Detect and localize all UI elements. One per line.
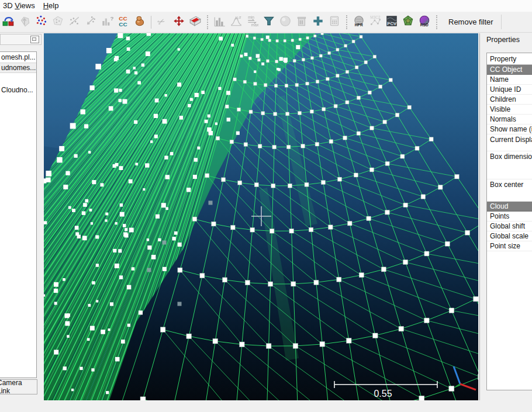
svg-text:RSD: RSD <box>420 23 429 27</box>
filter-by-value-icon <box>262 15 275 30</box>
properties-table: PropertyCC ObjectNameUnique IDChildrenVi… <box>486 53 532 390</box>
svg-text:PCV: PCV <box>387 21 397 26</box>
svg-text:HPR: HPR <box>355 23 363 27</box>
svg-text:μ,σ: μ,σ <box>236 15 241 19</box>
svg-text:CC: CC <box>119 20 127 27</box>
delete-scalar-field-icon <box>295 15 308 30</box>
mesh-vertices-button[interactable] <box>50 14 65 30</box>
properties-panel-title: Properties <box>480 33 532 44</box>
sphere-icon <box>279 15 292 30</box>
fit-points-icon <box>68 15 81 30</box>
statistics-button[interactable]: μ,σ <box>229 14 244 30</box>
db-tree: omesh.pl...udnomes...Cloudno... <box>0 51 37 378</box>
sf-arithmetic-button[interactable] <box>327 14 342 30</box>
menu-item-3d-views[interactable]: 3D Views <box>0 0 40 12</box>
sand-rolling-button[interactable] <box>132 14 147 30</box>
add-scalar-field-button[interactable] <box>310 14 326 30</box>
svg-text:✂: ✂ <box>156 15 167 27</box>
property-row-visible: Visible <box>487 105 532 115</box>
property-row-global-scale: Global scale <box>487 231 532 241</box>
point-cloud-render: 0.55 <box>44 33 478 400</box>
main-toolbar: ?CCCC✂μ,σminmaxHPRM3C2PCVRSDRemove filte… <box>0 12 532 33</box>
property-row-global-shift: Global shift <box>487 221 532 231</box>
camera-link-button[interactable]: Camera Link <box>0 379 37 394</box>
toolbar-separator <box>207 15 208 29</box>
tree-item[interactable]: Cloudno... <box>0 85 36 95</box>
m3c2-button[interactable]: M3C2 <box>368 14 383 30</box>
clipping-box-icon <box>189 15 202 30</box>
min-max-button[interactable]: minmax <box>245 14 260 30</box>
menu-item-help[interactable]: Help <box>40 0 64 12</box>
fit-points-button[interactable] <box>67 14 82 30</box>
sand-rolling-icon <box>133 15 146 30</box>
3d-viewport[interactable]: 0.55 <box>44 33 478 400</box>
project-points-button[interactable] <box>83 14 98 30</box>
property-row-point-size: Point size <box>487 241 532 251</box>
dodecahedron-icon <box>402 15 414 30</box>
float-panel-icon[interactable] <box>30 36 39 43</box>
sample-points-on-mesh-icon <box>19 15 32 30</box>
translate-rotate-button[interactable] <box>171 14 186 30</box>
db-tree-panel-header <box>0 34 42 45</box>
toolbar-separator <box>436 15 437 29</box>
segment-button[interactable]: ✂ <box>155 14 170 30</box>
rsd-button[interactable]: RSD <box>417 14 432 30</box>
filter-by-value-button[interactable] <box>261 14 277 30</box>
statistics-icon: μ,σ <box>230 15 243 30</box>
m3c2-icon: M3C2 <box>369 15 382 30</box>
property-row-points: Points <box>487 212 532 221</box>
property-row-show-name-in: Show name (in <box>487 124 532 134</box>
approx-distance-button[interactable]: ? <box>99 14 115 30</box>
property-row-cloud: Cloud <box>487 202 532 212</box>
project-points-icon <box>84 15 97 30</box>
tree-item[interactable]: udnomes... <box>0 63 36 73</box>
property-row-property: Property <box>487 53 532 65</box>
segment-icon: ✂ <box>156 15 169 30</box>
sample-points-on-mesh-button[interactable] <box>18 14 33 30</box>
properties-panel: Properties PropertyCC ObjectNameUnique I… <box>479 33 532 400</box>
approx-distance-icon: ? <box>101 15 113 30</box>
property-row-current-displa: Current Displa <box>487 134 532 151</box>
delete-scalar-field-button[interactable] <box>294 14 309 30</box>
histogram-icon <box>213 15 226 30</box>
svg-text:M3C2: M3C2 <box>370 15 381 19</box>
cloud-cloud-distance-icon: CCCC <box>117 15 130 30</box>
mesh-vertices-icon <box>51 15 64 30</box>
hpr-icon: HPR <box>353 15 365 30</box>
dodecahedron-button[interactable] <box>400 14 416 30</box>
subsample-cloud-icon <box>35 15 48 30</box>
property-row-box-dimension: Box dimension <box>487 151 532 179</box>
toolbar-separator <box>151 16 151 29</box>
property-row-name: Name <box>487 75 532 85</box>
register-button[interactable] <box>1 14 16 30</box>
hpr-button[interactable]: HPR <box>351 14 367 30</box>
add-scalar-field-icon <box>312 15 324 30</box>
remove-filter-button[interactable]: Remove filter <box>441 15 502 29</box>
pcv-button[interactable]: PCV <box>384 14 399 30</box>
property-row-box-center: Box center <box>487 179 532 202</box>
status-bar <box>0 400 532 412</box>
menu-bar: 3D ViewsHelp <box>0 0 532 12</box>
property-row-unique-id: Unique ID <box>487 85 532 95</box>
property-row-children: Children <box>487 95 532 105</box>
svg-text:min: min <box>248 15 254 19</box>
histogram-button[interactable] <box>212 14 227 30</box>
property-row-cc-object: CC Object <box>487 65 532 75</box>
pcv-icon: PCV <box>385 15 398 30</box>
clipping-box-button[interactable] <box>188 14 203 30</box>
scale-bar-label: 0.55 <box>374 389 392 399</box>
toolbar-separator <box>346 15 347 29</box>
svg-text:max: max <box>251 22 259 26</box>
sf-arithmetic-icon <box>328 15 341 30</box>
svg-text:?: ? <box>110 15 114 21</box>
rsd-icon: RSD <box>418 15 431 30</box>
property-row-normals: Normals <box>487 115 532 124</box>
register-icon <box>2 15 15 30</box>
sphere-button[interactable] <box>278 14 293 30</box>
subsample-cloud-button[interactable] <box>34 14 49 30</box>
translate-rotate-icon <box>172 15 185 30</box>
tree-item[interactable]: omesh.pl... <box>0 52 36 63</box>
min-max-icon: minmax <box>246 15 259 30</box>
db-tree-panel: omesh.pl...udnomes...Cloudno... Camera L… <box>0 33 44 400</box>
cloud-cloud-distance-button[interactable]: CCCC <box>116 14 131 30</box>
